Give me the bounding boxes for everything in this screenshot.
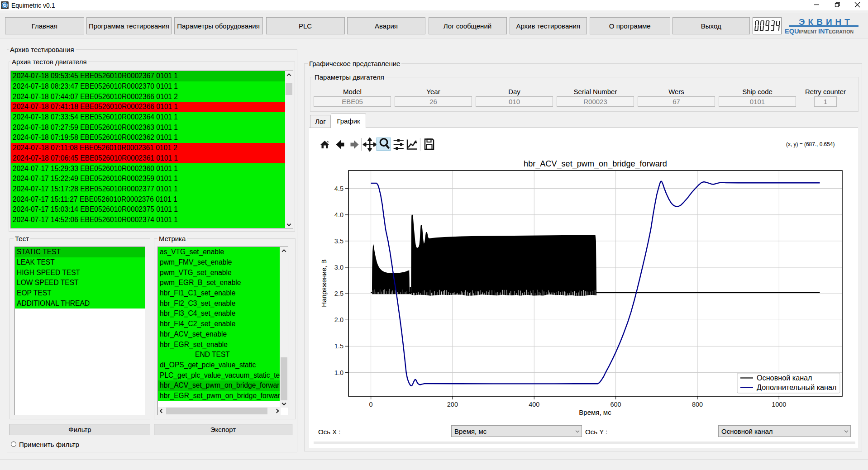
svg-text:800: 800	[692, 401, 703, 408]
svg-text:Дополнительный канал: Дополнительный канал	[757, 383, 837, 391]
svg-text:1000: 1000	[772, 401, 786, 408]
svg-text:Напряжение, В: Напряжение, В	[320, 259, 328, 307]
svg-text:1.5: 1.5	[334, 342, 343, 350]
svg-text:2.5: 2.5	[334, 290, 343, 297]
svg-text:Основной канал: Основной канал	[757, 374, 812, 382]
svg-text:400: 400	[529, 401, 539, 408]
svg-text:3.5: 3.5	[334, 237, 343, 245]
svg-text:2.0: 2.0	[334, 316, 343, 323]
svg-text:4.5: 4.5	[334, 185, 343, 192]
svg-text:200: 200	[447, 401, 458, 408]
svg-text:3.0: 3.0	[334, 264, 343, 271]
svg-text:1.0: 1.0	[334, 369, 343, 376]
svg-text:Время, мс: Время, мс	[579, 408, 611, 416]
svg-text:4.0: 4.0	[334, 211, 343, 218]
svg-text:hbr_ACV_set_pwm_on_bridge_forw: hbr_ACV_set_pwm_on_bridge_forward	[524, 159, 667, 169]
svg-text:0: 0	[369, 401, 373, 408]
svg-text:600: 600	[610, 401, 621, 408]
